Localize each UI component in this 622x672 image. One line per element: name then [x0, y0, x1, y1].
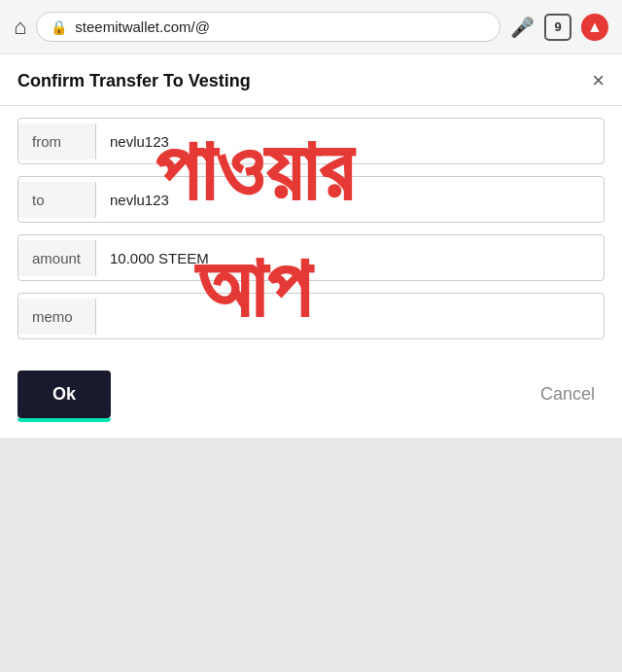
amount-value: 10.000 STEEM [96, 240, 604, 276]
background-area [0, 438, 622, 672]
tab-count-badge[interactable]: 9 [544, 14, 571, 41]
from-field-row: from nevlu123 [17, 118, 605, 164]
microphone-icon[interactable]: 🎤 [510, 16, 535, 39]
home-icon[interactable]: ⌂ [14, 15, 26, 40]
amount-field-row: amount 10.000 STEEM [17, 234, 605, 281]
url-text: steemitwallet.com/@ [75, 18, 210, 35]
dialog: Confirm Transfer To Vesting × from nevlu… [0, 54, 622, 438]
dialog-header: Confirm Transfer To Vesting × [0, 54, 622, 106]
close-button[interactable]: × [592, 70, 605, 91]
to-field-row: to nevlu123 [17, 176, 605, 223]
cancel-button[interactable]: Cancel [531, 374, 605, 414]
from-label: from [18, 124, 96, 159]
upload-icon[interactable]: ▲ [581, 14, 608, 41]
dialog-title: Confirm Transfer To Vesting [17, 71, 251, 91]
address-bar[interactable]: 🔒 steemitwallet.com/@ [36, 12, 501, 42]
browser-chrome: ⌂ 🔒 steemitwallet.com/@ 🎤 9 ▲ [0, 0, 622, 54]
from-value: nevlu123 [96, 124, 604, 159]
memo-label: memo [18, 299, 96, 335]
dialog-buttons: Ok Cancel [0, 351, 622, 438]
dialog-body: from nevlu123 to nevlu123 amount 10.000 … [0, 118, 622, 339]
to-label: to [18, 182, 96, 218]
memo-field-row: memo [17, 293, 605, 339]
lock-icon: 🔒 [51, 19, 67, 35]
to-value: nevlu123 [96, 182, 604, 218]
amount-label: amount [18, 240, 96, 276]
ok-button[interactable]: Ok [17, 371, 111, 418]
memo-value[interactable] [96, 306, 604, 326]
